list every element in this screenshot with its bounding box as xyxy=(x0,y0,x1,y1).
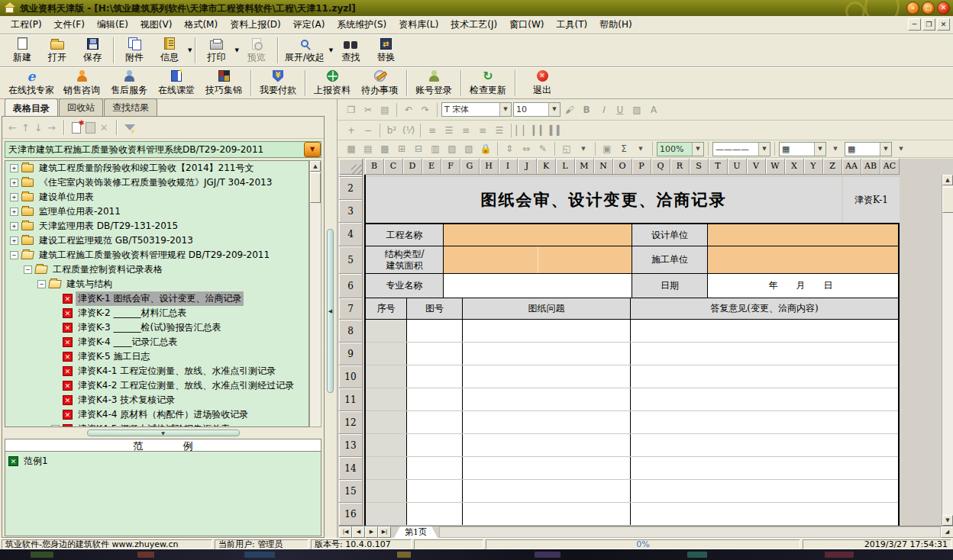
copy-icon[interactable]: ❐ xyxy=(344,103,359,117)
vlines-3-icon[interactable]: ▍▍ xyxy=(549,124,564,137)
tips-button[interactable]: 技巧集锦 xyxy=(200,69,247,98)
find-button[interactable]: 查找 xyxy=(333,36,368,65)
column-header-P[interactable]: P xyxy=(632,159,651,175)
vertical-scrollbar[interactable]: ▲ ▼ xyxy=(942,175,953,526)
cell-drawing-no[interactable] xyxy=(407,480,463,502)
cell-reply[interactable] xyxy=(631,434,898,456)
scroll-up-icon[interactable]: ▲ xyxy=(942,175,953,185)
structure-type-field[interactable] xyxy=(444,246,632,273)
combobox-dropdown-icon[interactable]: ▼ xyxy=(758,143,770,156)
tree-item[interactable]: −✕津资K4-5 混凝土试块试验报告汇总表 xyxy=(5,422,309,427)
insert-row-icon[interactable]: ⊞ xyxy=(394,142,409,156)
column-header-D[interactable]: D xyxy=(403,159,422,175)
bold-icon[interactable]: B xyxy=(579,103,594,117)
cut-icon[interactable]: ✂ xyxy=(360,103,376,117)
tree-item[interactable]: ✕津资K-5 施工日志 xyxy=(5,349,309,364)
tree-expander-plus-icon[interactable]: + xyxy=(10,237,18,245)
select-table-icon[interactable]: ◱ xyxy=(559,142,574,156)
combobox-dropdown-icon[interactable]: ▼ xyxy=(304,142,321,157)
column-header-O[interactable]: O xyxy=(613,159,632,175)
column-header-L[interactable]: L xyxy=(556,159,575,175)
cell-drawing-issue[interactable] xyxy=(463,457,631,479)
cell-drawing-issue[interactable] xyxy=(463,480,631,502)
cell-drawing-issue[interactable] xyxy=(463,365,631,388)
scroll-down-icon[interactable]: ▼ xyxy=(942,515,953,526)
example-item[interactable]: ✕范例1 xyxy=(5,452,321,471)
row-header-3[interactable]: 3 xyxy=(339,200,363,223)
cell-seq[interactable] xyxy=(366,320,407,342)
menu-item-t[interactable]: 工具(T) xyxy=(551,16,594,34)
font-color-icon[interactable]: A xyxy=(646,103,661,117)
cell-reply[interactable] xyxy=(631,480,898,502)
maximize-button[interactable]: ▢ xyxy=(922,2,935,14)
line-combo[interactable]: ————▼ xyxy=(712,142,770,156)
fill-combo[interactable]: ▦▼ xyxy=(845,142,892,156)
format-brush-icon[interactable]: 🖌 xyxy=(562,103,577,117)
column-header-W[interactable]: W xyxy=(766,159,785,175)
horizontal-splitter[interactable]: ▼ xyxy=(5,428,321,438)
menu-item-d[interactable]: 资料上报(D) xyxy=(224,16,287,34)
tree-item[interactable]: ✕津资K4-3 技术复核记录 xyxy=(5,393,309,407)
scroll-up-icon[interactable]: ▲ xyxy=(310,161,321,172)
shade-cols-icon[interactable]: ▧ xyxy=(461,142,476,156)
arrow-up-icon[interactable]: ↑ xyxy=(21,122,30,134)
column-header-B[interactable]: B xyxy=(365,159,384,175)
lock-cell-icon[interactable]: 🔒 xyxy=(478,142,493,156)
shade-rows-icon[interactable]: ▨ xyxy=(444,142,460,156)
print-button[interactable]: 打印 xyxy=(199,36,234,65)
brush2-icon[interactable]: ✎ xyxy=(535,142,551,156)
new-button[interactable]: 新建 xyxy=(5,36,40,65)
column-header-I[interactable]: I xyxy=(499,159,518,175)
row-spacing-icon[interactable]: ⇕ xyxy=(502,142,517,156)
cell-seq[interactable] xyxy=(366,480,407,502)
person-green-button[interactable]: 账号登录 xyxy=(410,69,457,98)
select-all-corner[interactable] xyxy=(339,159,363,175)
tree-item[interactable]: ✕津资K4-1 工程定位测量、放线、水准点引测记录 xyxy=(5,364,309,378)
cell-seq[interactable] xyxy=(366,434,407,456)
column-header-V[interactable]: V xyxy=(747,159,766,175)
tree-expander-plus-icon[interactable]: + xyxy=(10,179,18,187)
exit-button[interactable]: ✕退出 xyxy=(518,69,566,98)
menu-item-p[interactable]: 工程(P) xyxy=(5,16,48,34)
tree-item[interactable]: +天津监理用表 DB/T29-131-2015 xyxy=(5,219,309,233)
filter-icon[interactable] xyxy=(124,124,135,130)
col-spacing-icon[interactable]: ⇔ xyxy=(518,142,534,156)
tab-查找结果[interactable]: 查找结果 xyxy=(104,98,157,116)
prev-page-icon[interactable]: ◀ xyxy=(352,526,365,538)
date-field[interactable]: 年 月 日 xyxy=(708,274,898,298)
tree-item[interactable]: ✕津资K-1 图纸会审、设计变更、洽商记录 xyxy=(5,291,309,306)
project-name-field[interactable] xyxy=(444,224,632,246)
tree-item[interactable]: +建设单位用表 xyxy=(5,190,309,204)
cell-seq[interactable] xyxy=(366,365,407,388)
merge-cells-icon[interactable]: ▦ xyxy=(344,142,359,156)
column-header-C[interactable]: C xyxy=(384,159,403,175)
dd-icon[interactable]: ▼ xyxy=(893,142,909,156)
column-header-AA[interactable]: AA xyxy=(842,159,861,175)
cell-drawing-no[interactable] xyxy=(407,320,463,342)
replace-button[interactable]: ⇄替换 xyxy=(368,36,403,65)
column-header-M[interactable]: M xyxy=(575,159,594,175)
column-header-AC[interactable]: AC xyxy=(880,159,900,175)
tree-scrollbar-thumb[interactable] xyxy=(310,172,321,203)
column-header-R[interactable]: R xyxy=(670,159,690,175)
cell-drawing-issue[interactable] xyxy=(463,320,631,342)
tree-item[interactable]: ✕津资K4-4 原材料（构配件）进场验收记录 xyxy=(5,407,309,422)
person-orange-button[interactable]: 销售咨询 xyxy=(58,69,105,98)
tree-item[interactable]: ✕津资K4-2 工程定位测量、放线、水准点引测经过记录 xyxy=(5,378,309,393)
column-header-X[interactable]: X xyxy=(785,159,804,175)
minimize-button[interactable]: – xyxy=(906,2,919,14)
column-header-J[interactable]: J xyxy=(518,159,537,175)
catalog-combobox[interactable]: 天津市建筑工程施工质量验收资料管理系统DB/T29-209-2011 ▼ xyxy=(5,141,321,158)
menu-item-h[interactable]: 帮助(H) xyxy=(593,16,638,34)
ie-button[interactable]: e在线找专家 xyxy=(5,69,58,98)
cell-drawing-issue[interactable] xyxy=(463,343,631,365)
cell-reply[interactable] xyxy=(631,503,898,525)
menu-item-a[interactable]: 评定(A) xyxy=(287,16,331,34)
column-header-Q[interactable]: Q xyxy=(651,159,670,175)
underline-icon[interactable]: U xyxy=(612,103,628,117)
zoom-combo[interactable]: 100%▼ xyxy=(657,142,704,156)
splitter-collapse-handle[interactable]: ◀ xyxy=(327,229,334,393)
align-center-icon[interactable]: ≡ xyxy=(458,124,473,137)
tree-expander-minus-icon[interactable]: − xyxy=(51,425,60,427)
tree-expander-minus-icon[interactable]: − xyxy=(10,251,18,259)
